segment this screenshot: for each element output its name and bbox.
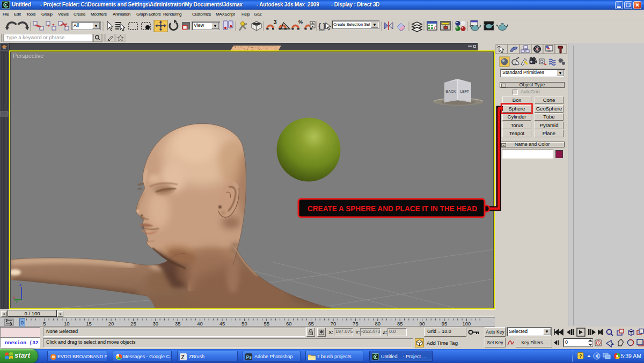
svg-text:15: 15 xyxy=(86,321,92,327)
svg-text:100: 100 xyxy=(462,321,471,327)
svg-text:y: y xyxy=(16,299,18,303)
svg-text:ABC: ABC xyxy=(319,28,325,32)
svg-text:BACK: BACK xyxy=(446,90,456,93)
svg-text:75: 75 xyxy=(353,321,358,327)
svg-text:LEFT: LEFT xyxy=(460,90,469,93)
svg-text:35: 35 xyxy=(175,321,181,327)
svg-text:45: 45 xyxy=(219,321,225,327)
svg-text:%: % xyxy=(298,19,303,25)
svg-text:25: 25 xyxy=(130,321,136,327)
svg-text:0: 0 xyxy=(21,320,24,325)
svg-text:Z: Z xyxy=(181,354,185,360)
svg-text:?: ? xyxy=(579,353,582,359)
svg-text:z: z xyxy=(19,282,21,287)
svg-text:Ps: Ps xyxy=(246,354,252,360)
svg-text:50: 50 xyxy=(241,321,247,327)
svg-text:70: 70 xyxy=(331,321,336,327)
svg-text:30: 30 xyxy=(153,321,159,327)
svg-text:65: 65 xyxy=(308,321,314,327)
svg-text:Type a keyword or phrase: Type a keyword or phrase xyxy=(6,34,64,40)
svg-text:Perspective: Perspective xyxy=(13,53,43,59)
svg-text:55: 55 xyxy=(264,321,270,327)
svg-text:5: 5 xyxy=(43,321,46,327)
svg-text:90: 90 xyxy=(419,321,425,327)
svg-text:x: x xyxy=(13,295,15,300)
svg-text:3: 3 xyxy=(274,19,277,25)
svg-text:60: 60 xyxy=(286,321,292,327)
svg-text:85: 85 xyxy=(397,321,403,327)
svg-text:20: 20 xyxy=(108,321,114,327)
svg-text:80: 80 xyxy=(375,321,381,327)
svg-text:10: 10 xyxy=(64,321,70,327)
svg-text:95: 95 xyxy=(442,321,448,327)
svg-text:40: 40 xyxy=(197,321,203,327)
